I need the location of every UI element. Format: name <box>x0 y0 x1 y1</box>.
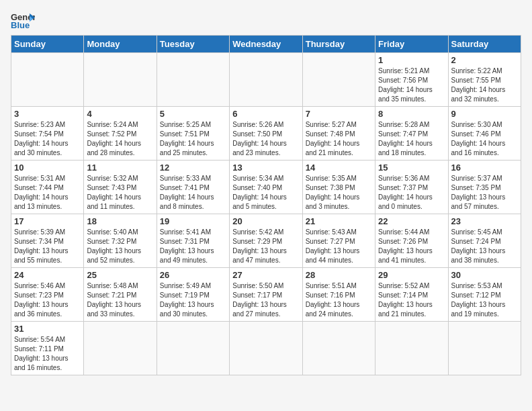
day-info: Sunrise: 5:37 AM Sunset: 7:35 PM Dayligh… <box>451 174 518 212</box>
day-info: Sunrise: 5:45 AM Sunset: 7:24 PM Dayligh… <box>451 228 518 265</box>
calendar-cell <box>11 53 84 107</box>
svg-text:Blue: Blue <box>11 20 30 30</box>
calendar-cell: 1Sunrise: 5:21 AM Sunset: 7:56 PM Daylig… <box>375 53 448 107</box>
calendar-cell: 26Sunrise: 5:49 AM Sunset: 7:19 PM Dayli… <box>157 268 229 322</box>
calendar-cell <box>448 322 521 375</box>
day-number: 24 <box>14 270 81 280</box>
week-row-5: 24Sunrise: 5:46 AM Sunset: 7:23 PM Dayli… <box>11 268 521 322</box>
day-number: 9 <box>451 109 518 119</box>
calendar-cell <box>302 53 375 107</box>
weekday-header-tuesday: Tuesday <box>157 36 229 53</box>
calendar-cell: 27Sunrise: 5:50 AM Sunset: 7:17 PM Dayli… <box>230 268 302 322</box>
calendar-cell: 7Sunrise: 5:27 AM Sunset: 7:48 PM Daylig… <box>302 107 375 161</box>
calendar-cell: 9Sunrise: 5:30 AM Sunset: 7:46 PM Daylig… <box>448 107 521 161</box>
calendar-cell: 31Sunrise: 5:54 AM Sunset: 7:11 PM Dayli… <box>11 322 84 375</box>
logo-icon: General Blue <box>11 11 35 30</box>
day-info: Sunrise: 5:28 AM Sunset: 7:47 PM Dayligh… <box>378 120 445 158</box>
day-number: 12 <box>160 163 226 173</box>
day-info: Sunrise: 5:42 AM Sunset: 7:29 PM Dayligh… <box>232 228 299 265</box>
calendar-cell: 16Sunrise: 5:37 AM Sunset: 7:35 PM Dayli… <box>448 161 521 214</box>
calendar-cell: 15Sunrise: 5:36 AM Sunset: 7:37 PM Dayli… <box>375 161 448 214</box>
day-number: 7 <box>306 109 372 119</box>
day-number: 22 <box>378 216 445 226</box>
weekday-header-wednesday: Wednesday <box>230 36 302 53</box>
day-number: 13 <box>232 163 299 173</box>
day-number: 26 <box>160 270 226 280</box>
day-info: Sunrise: 5:36 AM Sunset: 7:37 PM Dayligh… <box>378 174 445 212</box>
weekday-header-row: SundayMondayTuesdayWednesdayThursdayFrid… <box>11 36 521 53</box>
week-row-2: 3Sunrise: 5:23 AM Sunset: 7:54 PM Daylig… <box>11 107 521 161</box>
calendar-cell: 10Sunrise: 5:31 AM Sunset: 7:44 PM Dayli… <box>11 161 84 214</box>
day-info: Sunrise: 5:25 AM Sunset: 7:51 PM Dayligh… <box>160 120 226 158</box>
day-info: Sunrise: 5:30 AM Sunset: 7:46 PM Dayligh… <box>451 120 518 158</box>
day-info: Sunrise: 5:48 AM Sunset: 7:21 PM Dayligh… <box>87 281 153 319</box>
day-info: Sunrise: 5:39 AM Sunset: 7:34 PM Dayligh… <box>14 228 81 265</box>
day-info: Sunrise: 5:46 AM Sunset: 7:23 PM Dayligh… <box>14 281 81 319</box>
page-container: General Blue SundayMondayTuesdayWednesda… <box>11 11 521 375</box>
day-info: Sunrise: 5:21 AM Sunset: 7:56 PM Dayligh… <box>378 66 445 104</box>
calendar-cell <box>230 322 302 375</box>
calendar-cell <box>230 53 302 107</box>
day-number: 17 <box>14 216 81 226</box>
day-number: 28 <box>306 270 372 280</box>
day-info: Sunrise: 5:32 AM Sunset: 7:43 PM Dayligh… <box>87 174 153 212</box>
calendar-cell: 5Sunrise: 5:25 AM Sunset: 7:51 PM Daylig… <box>157 107 229 161</box>
day-number: 16 <box>451 163 518 173</box>
weekday-header-monday: Monday <box>84 36 157 53</box>
calendar-cell: 11Sunrise: 5:32 AM Sunset: 7:43 PM Dayli… <box>84 161 157 214</box>
day-info: Sunrise: 5:50 AM Sunset: 7:17 PM Dayligh… <box>232 281 299 319</box>
calendar-cell <box>302 322 375 375</box>
day-number: 21 <box>306 216 372 226</box>
calendar-cell: 29Sunrise: 5:52 AM Sunset: 7:14 PM Dayli… <box>375 268 448 322</box>
day-info: Sunrise: 5:27 AM Sunset: 7:48 PM Dayligh… <box>306 120 372 158</box>
calendar-cell: 28Sunrise: 5:51 AM Sunset: 7:16 PM Dayli… <box>302 268 375 322</box>
calendar-table: SundayMondayTuesdayWednesdayThursdayFrid… <box>11 35 521 375</box>
week-row-6: 31Sunrise: 5:54 AM Sunset: 7:11 PM Dayli… <box>11 322 521 375</box>
calendar-cell: 17Sunrise: 5:39 AM Sunset: 7:34 PM Dayli… <box>11 214 84 268</box>
weekday-header-sunday: Sunday <box>11 36 84 53</box>
day-number: 14 <box>306 163 372 173</box>
day-info: Sunrise: 5:54 AM Sunset: 7:11 PM Dayligh… <box>14 335 81 373</box>
calendar-cell: 20Sunrise: 5:42 AM Sunset: 7:29 PM Dayli… <box>230 214 302 268</box>
logo: General Blue <box>11 11 35 30</box>
day-number: 30 <box>451 270 518 280</box>
calendar-cell: 25Sunrise: 5:48 AM Sunset: 7:21 PM Dayli… <box>84 268 157 322</box>
calendar-cell: 23Sunrise: 5:45 AM Sunset: 7:24 PM Dayli… <box>448 214 521 268</box>
calendar-cell <box>84 53 157 107</box>
day-number: 3 <box>14 109 81 119</box>
week-row-4: 17Sunrise: 5:39 AM Sunset: 7:34 PM Dayli… <box>11 214 521 268</box>
day-number: 19 <box>160 216 226 226</box>
day-number: 27 <box>232 270 299 280</box>
calendar-cell: 22Sunrise: 5:44 AM Sunset: 7:26 PM Dayli… <box>375 214 448 268</box>
day-number: 8 <box>378 109 445 119</box>
day-number: 1 <box>378 55 445 65</box>
weekday-header-saturday: Saturday <box>448 36 521 53</box>
calendar-cell: 3Sunrise: 5:23 AM Sunset: 7:54 PM Daylig… <box>11 107 84 161</box>
calendar-cell <box>157 322 229 375</box>
calendar-cell: 2Sunrise: 5:22 AM Sunset: 7:55 PM Daylig… <box>448 53 521 107</box>
calendar-cell: 21Sunrise: 5:43 AM Sunset: 7:27 PM Dayli… <box>302 214 375 268</box>
week-row-1: 1Sunrise: 5:21 AM Sunset: 7:56 PM Daylig… <box>11 53 521 107</box>
day-number: 25 <box>87 270 153 280</box>
day-info: Sunrise: 5:40 AM Sunset: 7:32 PM Dayligh… <box>87 228 153 265</box>
day-info: Sunrise: 5:23 AM Sunset: 7:54 PM Dayligh… <box>14 120 81 158</box>
calendar-cell: 18Sunrise: 5:40 AM Sunset: 7:32 PM Dayli… <box>84 214 157 268</box>
calendar-cell: 19Sunrise: 5:41 AM Sunset: 7:31 PM Dayli… <box>157 214 229 268</box>
day-info: Sunrise: 5:24 AM Sunset: 7:52 PM Dayligh… <box>87 120 153 158</box>
day-info: Sunrise: 5:51 AM Sunset: 7:16 PM Dayligh… <box>306 281 372 319</box>
calendar-cell: 12Sunrise: 5:33 AM Sunset: 7:41 PM Dayli… <box>157 161 229 214</box>
calendar-cell: 13Sunrise: 5:34 AM Sunset: 7:40 PM Dayli… <box>230 161 302 214</box>
calendar-cell: 24Sunrise: 5:46 AM Sunset: 7:23 PM Dayli… <box>11 268 84 322</box>
day-info: Sunrise: 5:35 AM Sunset: 7:38 PM Dayligh… <box>306 174 372 212</box>
day-number: 5 <box>160 109 226 119</box>
calendar-cell: 8Sunrise: 5:28 AM Sunset: 7:47 PM Daylig… <box>375 107 448 161</box>
header: General Blue <box>11 11 521 30</box>
calendar-cell: 6Sunrise: 5:26 AM Sunset: 7:50 PM Daylig… <box>230 107 302 161</box>
weekday-header-friday: Friday <box>375 36 448 53</box>
day-number: 18 <box>87 216 153 226</box>
day-info: Sunrise: 5:33 AM Sunset: 7:41 PM Dayligh… <box>160 174 226 212</box>
day-number: 10 <box>14 163 81 173</box>
calendar-cell <box>375 322 448 375</box>
day-info: Sunrise: 5:26 AM Sunset: 7:50 PM Dayligh… <box>232 120 299 158</box>
weekday-header-thursday: Thursday <box>302 36 375 53</box>
